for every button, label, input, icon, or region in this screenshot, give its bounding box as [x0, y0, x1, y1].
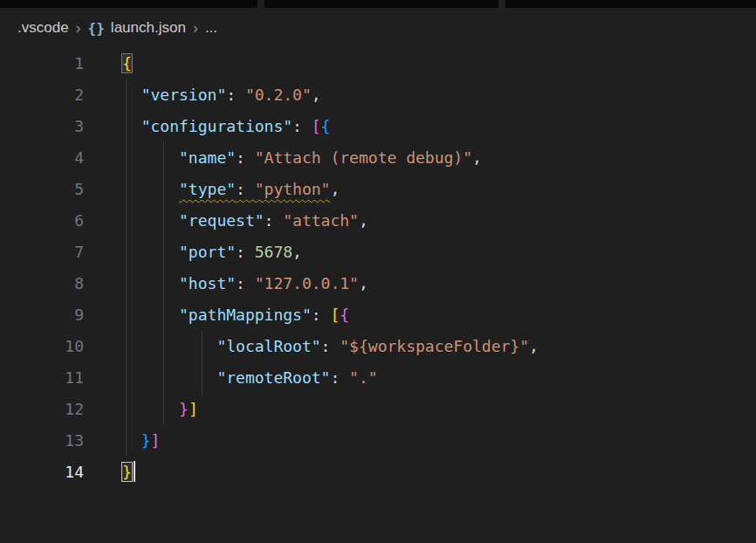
token: [122, 368, 216, 387]
token: [122, 148, 179, 167]
code-line[interactable]: 10 "localRoot": "${workspaceFolder}",: [0, 331, 756, 362]
token: ,: [330, 180, 340, 198]
code-line[interactable]: 4 "name": "Attach (remote debug)",: [0, 142, 756, 174]
tab-strip: [0, 0, 756, 8]
indent-guide: [202, 331, 203, 394]
code-text: "port": 5678,: [122, 237, 302, 268]
json-number: 5678: [255, 243, 292, 261]
json-key: "localRoot": [216, 337, 320, 355]
code-line[interactable]: 11 "remoteRoot": ".": [0, 362, 756, 394]
code-text: "request": "attach",: [122, 205, 368, 237]
json-string: "0.2.0": [245, 86, 312, 104]
token: {: [340, 306, 349, 324]
token: :: [330, 368, 349, 387]
json-string: "127.0.0.1": [255, 274, 359, 292]
line-number[interactable]: 6: [0, 205, 84, 237]
token: ,: [312, 86, 321, 104]
token: }: [141, 431, 151, 450]
code-line[interactable]: 13 }]: [0, 425, 756, 457]
code-text: "pathMappings": [{: [122, 299, 349, 331]
token: [: [312, 117, 321, 135]
json-key: "pathMappings": [179, 306, 312, 324]
code-text: "type": "python",: [122, 174, 340, 205]
token: ,: [529, 337, 539, 355]
line-number[interactable]: 7: [0, 237, 84, 268]
code-line[interactable]: 3 "configurations": [{: [0, 111, 756, 142]
line-number[interactable]: 2: [0, 79, 84, 111]
code-line[interactable]: 9 "pathMappings": [{: [0, 299, 756, 331]
chevron-right-icon: ›: [192, 19, 199, 38]
code-text: {: [122, 48, 132, 79]
token: [122, 211, 179, 230]
tab-bar-segment: [505, 0, 756, 8]
json-string: ".": [349, 368, 378, 387]
code-line[interactable]: 5 "type": "python",: [0, 174, 756, 205]
line-number[interactable]: 14: [0, 457, 84, 488]
token: [122, 180, 179, 198]
code-text: }: [122, 457, 135, 488]
tab-bar-segment: [0, 0, 258, 8]
text-cursor: [134, 461, 135, 482]
editor[interactable]: 1{2 "version": "0.2.0",3 "configurations…: [0, 48, 756, 488]
code-text: "version": "0.2.0",: [122, 79, 321, 111]
token: :: [236, 243, 255, 261]
code-text: }]: [122, 425, 160, 457]
json-string: "attach": [283, 211, 359, 230]
token: :: [226, 86, 245, 104]
code-text: "name": "Attach (remote debug)",: [122, 142, 482, 174]
json-string: "python": [255, 180, 331, 198]
line-number[interactable]: 11: [0, 362, 84, 394]
token: {: [321, 117, 331, 135]
json-key: "configurations": [141, 117, 292, 135]
vscode-window: .vscode › {} launch.json › ... 1{2 "vers…: [0, 0, 756, 488]
line-number[interactable]: 9: [0, 299, 84, 331]
code-text: "host": "127.0.0.1",: [122, 268, 368, 299]
line-number[interactable]: 13: [0, 425, 84, 457]
json-key: "type": [179, 180, 236, 198]
line-number[interactable]: 4: [0, 142, 84, 174]
line-number[interactable]: 12: [0, 394, 84, 425]
json-key: "version": [141, 86, 227, 104]
token: ,: [359, 211, 368, 230]
code-line[interactable]: 6 "request": "attach",: [0, 205, 756, 237]
line-number[interactable]: 5: [0, 174, 84, 205]
token: [122, 337, 216, 355]
tab-bar-segment: [265, 0, 498, 8]
code-line[interactable]: 14}: [0, 457, 756, 488]
token: ]: [189, 400, 198, 418]
breadcrumb-folder[interactable]: .vscode: [17, 19, 69, 37]
json-key: "name": [179, 148, 236, 167]
code-lines: 1{2 "version": "0.2.0",3 "configurations…: [0, 48, 756, 488]
token: [: [330, 306, 340, 324]
json-key: "port": [179, 243, 236, 261]
token: [122, 306, 179, 324]
token: :: [236, 274, 255, 292]
json-key: "host": [179, 274, 236, 292]
code-line[interactable]: 8 "host": "127.0.0.1",: [0, 268, 756, 299]
line-number[interactable]: 8: [0, 268, 84, 299]
token: :: [236, 180, 255, 198]
code-line[interactable]: 7 "port": 5678,: [0, 237, 756, 268]
code-text: "localRoot": "${workspaceFolder}",: [122, 331, 539, 362]
breadcrumb-file[interactable]: launch.json: [111, 19, 186, 37]
json-string: "Attach (remote debug)": [255, 148, 472, 167]
code-text: }]: [122, 394, 198, 425]
code-text: "remoteRoot": ".": [122, 362, 378, 394]
token: {: [122, 54, 132, 72]
token: ,: [359, 274, 368, 292]
line-number[interactable]: 10: [0, 331, 84, 362]
line-number[interactable]: 3: [0, 111, 84, 142]
chevron-right-icon: ›: [75, 19, 82, 38]
code-line[interactable]: 12 }]: [0, 394, 756, 425]
token: ]: [151, 431, 161, 450]
line-number[interactable]: 1: [0, 48, 84, 79]
indent-guide: [163, 142, 164, 425]
code-line[interactable]: 1{: [0, 48, 756, 79]
code-line[interactable]: 2 "version": "0.2.0",: [0, 79, 756, 111]
breadcrumb: .vscode › {} launch.json › ...: [0, 8, 756, 48]
token: [122, 274, 179, 292]
token: ,: [292, 243, 302, 261]
breadcrumb-symbol[interactable]: ...: [205, 19, 217, 37]
json-key: "request": [179, 211, 265, 230]
tab-divider: [498, 0, 505, 8]
